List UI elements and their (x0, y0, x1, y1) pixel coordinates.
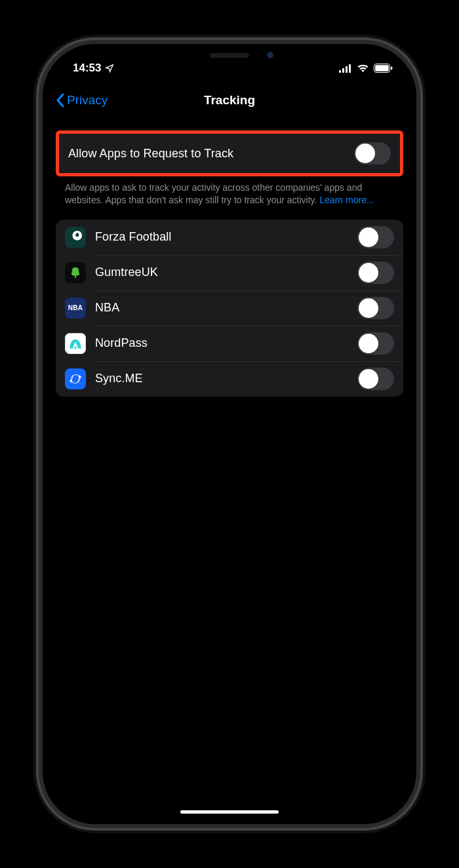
status-time: 14:53 (73, 62, 101, 75)
app-tracking-toggle[interactable] (357, 297, 394, 319)
svg-rect-0 (339, 70, 341, 73)
toggle-knob (355, 144, 375, 163)
back-label: Privacy (67, 93, 108, 108)
app-icon (65, 333, 86, 354)
app-row-forza-football[interactable]: Forza Football (56, 220, 403, 255)
app-tracking-toggle[interactable] (357, 226, 394, 248)
back-button[interactable]: Privacy (56, 93, 108, 108)
app-tracking-toggle[interactable] (357, 262, 394, 284)
app-row-nba[interactable]: NBANBA (56, 290, 403, 326)
tracking-footer: Allow apps to ask to track your activity… (56, 176, 403, 207)
allow-tracking-row[interactable]: Allow Apps to Request to Track (59, 134, 400, 173)
toggle-knob (359, 263, 378, 283)
page-title: Tracking (204, 93, 255, 108)
app-tracking-toggle[interactable] (357, 332, 394, 355)
home-indicator[interactable] (180, 810, 279, 814)
front-camera (267, 52, 273, 58)
location-icon (105, 64, 114, 73)
app-icon (65, 227, 86, 248)
app-icon: NBA (65, 298, 86, 319)
allow-tracking-label: Allow Apps to Request to Track (68, 147, 354, 161)
app-row-sync-me[interactable]: Sync.ME (56, 361, 403, 397)
speaker-grille (210, 53, 249, 58)
screen: 14:53 (47, 48, 412, 820)
svg-rect-3 (349, 64, 351, 73)
svg-rect-6 (391, 67, 392, 70)
svg-rect-8 (75, 275, 76, 278)
toggle-knob (359, 227, 378, 247)
battery-icon (374, 64, 393, 73)
notch (148, 44, 311, 66)
app-name-label: Sync.ME (95, 372, 357, 385)
allow-tracking-toggle[interactable] (354, 142, 391, 165)
allow-tracking-group: Allow Apps to Request to Track (56, 130, 403, 176)
cellular-icon (339, 64, 352, 73)
wifi-icon (357, 64, 369, 73)
app-icon (65, 368, 86, 389)
toggle-knob (359, 298, 378, 318)
chevron-left-icon (56, 93, 64, 108)
svg-rect-1 (342, 68, 344, 73)
app-name-label: GumtreeUK (95, 266, 357, 279)
footer-text: Allow apps to ask to track your activity… (65, 182, 362, 205)
apps-group: Forza FootballGumtreeUKNBANBANordPassSyn… (56, 220, 403, 397)
svg-rect-2 (346, 66, 348, 73)
learn-more-link[interactable]: Learn more... (319, 195, 374, 205)
phone-frame: 14:53 (43, 44, 416, 824)
app-row-gumtreeuk[interactable]: GumtreeUK (56, 255, 403, 290)
app-name-label: NBA (95, 301, 357, 315)
app-row-nordpass[interactable]: NordPass (56, 326, 403, 361)
app-name-label: NordPass (95, 336, 357, 350)
toggle-knob (359, 334, 378, 353)
app-icon (65, 262, 86, 283)
app-tracking-toggle[interactable] (357, 368, 394, 390)
svg-rect-5 (375, 65, 389, 71)
toggle-knob (359, 369, 378, 389)
app-name-label: Forza Football (95, 230, 357, 244)
nav-bar: Privacy Tracking (47, 83, 412, 117)
